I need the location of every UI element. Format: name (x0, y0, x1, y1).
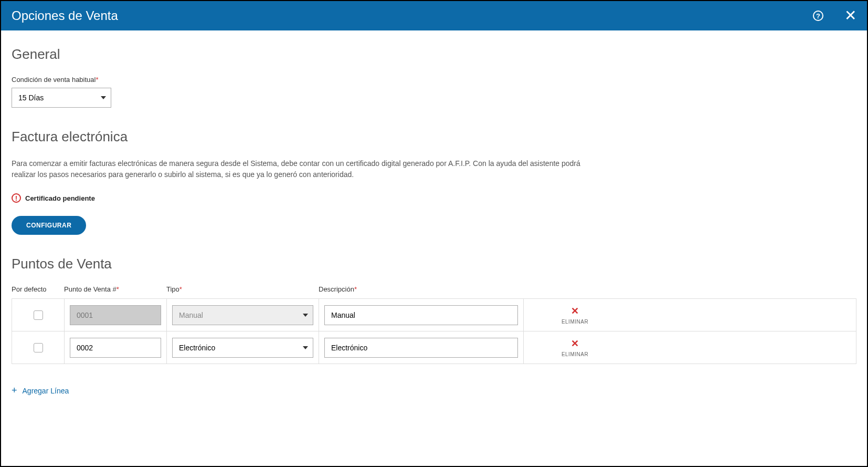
dialog-header: Opciones de Venta ? ✕ (1, 1, 867, 30)
pos-number-input[interactable] (70, 338, 161, 358)
condition-select-wrapper (12, 88, 111, 108)
condition-label: Condición de venta habitual* (12, 76, 856, 84)
invoice-section-title: Factura electrónica (12, 129, 856, 145)
dialog-title: Opciones de Venta (12, 8, 118, 23)
header-actions: ? ✕ (813, 8, 856, 23)
default-checkbox[interactable] (34, 310, 43, 320)
pos-desc-input[interactable] (324, 305, 518, 325)
desc-cell (319, 331, 524, 364)
pos-table-headers: Por defecto Punto de Venta #* Tipo* Desc… (12, 285, 856, 293)
number-cell (65, 331, 167, 364)
pos-number-input (70, 305, 161, 325)
plus-icon: + (12, 385, 17, 396)
dialog-content: General Condición de venta habitual* Fac… (1, 30, 867, 412)
close-icon[interactable]: ✕ (844, 8, 856, 23)
delete-label: ELIMINAR (562, 319, 588, 325)
delete-icon[interactable]: ✕ (571, 338, 579, 349)
header-type: Tipo* (166, 285, 319, 293)
help-icon[interactable]: ? (813, 11, 823, 21)
warning-icon: ! (12, 193, 21, 203)
default-checkbox[interactable] (34, 343, 43, 352)
header-description: Descripción* (319, 285, 523, 293)
add-line-button[interactable]: + Agregar Línea (12, 385, 856, 396)
pos-desc-input[interactable] (324, 338, 518, 358)
table-row: ✕ ELIMINAR (12, 331, 856, 364)
invoice-description: Para comenzar a emitir facturas electrón… (12, 158, 589, 180)
general-section-title: General (12, 46, 856, 63)
condition-select[interactable] (12, 88, 111, 108)
add-line-label: Agregar Línea (23, 387, 69, 395)
certificate-warning: ! Certificado pendiente (12, 193, 856, 203)
pos-table-body: ✕ ELIMINAR (12, 298, 856, 364)
pos-type-select[interactable] (172, 338, 313, 358)
configure-button[interactable]: CONFIGURAR (12, 216, 86, 235)
desc-cell (319, 299, 524, 331)
default-cell (12, 331, 65, 364)
number-cell (65, 299, 167, 331)
table-row: ✕ ELIMINAR (12, 299, 856, 331)
pos-type-select (172, 305, 313, 325)
action-cell: ✕ ELIMINAR (524, 331, 626, 364)
type-cell (167, 331, 319, 364)
header-default: Por defecto (12, 285, 64, 293)
delete-label: ELIMINAR (562, 351, 588, 357)
type-cell (167, 299, 319, 331)
pos-section-title: Puntos de Venta (12, 256, 856, 272)
header-number: Punto de Venta #* (64, 285, 166, 293)
default-cell (12, 299, 65, 331)
action-cell: ✕ ELIMINAR (524, 299, 626, 331)
warning-text: Certificado pendiente (25, 194, 95, 202)
delete-icon[interactable]: ✕ (571, 305, 579, 317)
required-marker: * (96, 76, 98, 84)
